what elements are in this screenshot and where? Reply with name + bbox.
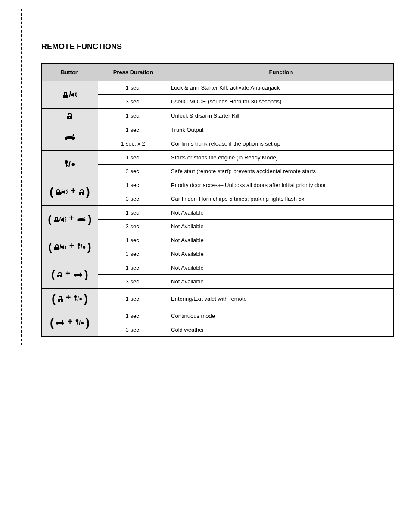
- function-cell: Priority door access– Unlocks all doors …: [168, 178, 394, 192]
- duration-cell: 3 sec.: [98, 247, 168, 261]
- table-row: ( + ) 1 sec. Not Available: [42, 261, 394, 274]
- table-row: 1 sec. Trunk Output: [42, 123, 394, 137]
- table-row: / 1 sec. Lock & arm Starter Kill, activa…: [42, 81, 394, 95]
- function-cell: Car finder- Horn chirps 5 times; parking…: [168, 192, 394, 205]
- key-icon: [77, 243, 81, 250]
- function-cell: Cold weather: [168, 323, 394, 336]
- duration-cell: 1 sec.: [98, 150, 168, 164]
- remote-functions-table: Button Press Duration Function / 1 sec. …: [41, 63, 394, 337]
- car-icon: [55, 320, 65, 325]
- function-cell: Lock & arm Starter Kill, activate Anti-c…: [168, 81, 394, 95]
- car-icon: [77, 217, 86, 222]
- table-row: ( / + /● ) 1 sec. Not Available: [42, 233, 394, 247]
- table-row: 1 sec. Unlock & disarm Starter Kill: [42, 109, 394, 123]
- function-cell: Starts or stops the engine (in Ready Mod…: [168, 150, 394, 164]
- key-icon: [64, 160, 68, 168]
- table-row: ( + /● ) 1 sec. Entering/Exit valet with…: [42, 288, 394, 309]
- function-cell: Not Available: [168, 274, 394, 288]
- function-cell: Continuous mode: [168, 309, 394, 323]
- duration-cell: 3 sec.: [98, 164, 168, 178]
- duration-cell: 1 sec.: [98, 109, 168, 123]
- key-icon: [74, 295, 77, 302]
- button-cell: [42, 109, 98, 123]
- button-cell: ( + /● ): [42, 309, 98, 336]
- function-cell: Trunk Output: [168, 123, 394, 137]
- duration-cell: 1 sec.: [98, 261, 168, 274]
- header-function: Function: [168, 64, 394, 81]
- sound-icon: [61, 244, 66, 249]
- sound-icon: [62, 189, 68, 194]
- header-button: Button: [42, 64, 98, 81]
- function-cell: PANIC MODE (sounds Horn for 30 seconds): [168, 95, 394, 109]
- duration-cell: 3 sec.: [98, 274, 168, 288]
- function-cell: Not Available: [168, 261, 394, 274]
- button-cell: ( + /● ): [42, 288, 98, 309]
- table-row: ( + /● ) 1 sec. Continuous mode: [42, 309, 394, 323]
- duration-cell: 1 sec.: [98, 233, 168, 247]
- function-cell: Safe start (remote start): prevents acci…: [168, 164, 394, 178]
- duration-cell: 1 sec. x 2: [98, 137, 168, 150]
- lock-icon: [53, 244, 59, 250]
- duration-cell: 1 sec.: [98, 178, 168, 192]
- sound-icon: [71, 92, 77, 98]
- lock-icon: [62, 91, 69, 98]
- duration-cell: 1 sec.: [98, 288, 168, 309]
- button-cell: /: [42, 81, 98, 109]
- dot-icon: ●: [81, 319, 84, 326]
- duration-cell: 3 sec.: [98, 219, 168, 233]
- table-row: ( / + ) 1 sec. Not Available: [42, 205, 394, 219]
- duration-cell: 1 sec.: [98, 123, 168, 137]
- function-cell: Not Available: [168, 219, 394, 233]
- button-cell: /●: [42, 150, 98, 178]
- dot-icon: ●: [82, 243, 86, 250]
- key-icon: [75, 319, 79, 326]
- function-cell: Not Available: [168, 205, 394, 219]
- button-cell: ( + ): [42, 261, 98, 288]
- duration-cell: 3 sec.: [98, 323, 168, 336]
- button-cell: [42, 123, 98, 150]
- duration-cell: 1 sec.: [98, 309, 168, 323]
- sound-icon: [61, 217, 66, 222]
- car-icon: [73, 272, 83, 277]
- duration-cell: 3 sec.: [98, 192, 168, 205]
- unlock-icon: [56, 271, 62, 277]
- lock-icon: [55, 189, 61, 195]
- function-cell: Confirms trunk release if the option is …: [168, 137, 394, 150]
- function-cell: Entering/Exit valet with remote: [168, 288, 394, 309]
- duration-cell: 1 sec.: [98, 205, 168, 219]
- function-cell: Not Available: [168, 247, 394, 261]
- dot-icon: ●: [71, 160, 75, 169]
- unlock-icon: [66, 112, 73, 119]
- button-cell: ( / + /● ): [42, 233, 98, 261]
- unlock-icon: [78, 189, 84, 195]
- button-cell: ( / + ): [42, 178, 98, 205]
- unlock-icon: [57, 296, 63, 302]
- header-duration: Press Duration: [98, 64, 168, 81]
- table-row: /● 1 sec. Starts or stops the engine (in…: [42, 150, 394, 164]
- lock-icon: [53, 216, 59, 222]
- car-icon: [64, 134, 76, 140]
- function-cell: Not Available: [168, 233, 394, 247]
- table-row: ( / + ) 1 sec. Priority door access– Unl…: [42, 178, 394, 192]
- duration-cell: 3 sec.: [98, 95, 168, 109]
- dot-icon: ●: [79, 295, 82, 302]
- function-cell: Unlock & disarm Starter Kill: [168, 109, 394, 123]
- button-cell: ( / + ): [42, 205, 98, 233]
- page-title: REMOTE FUNCTIONS: [41, 42, 394, 51]
- duration-cell: 1 sec.: [98, 81, 168, 95]
